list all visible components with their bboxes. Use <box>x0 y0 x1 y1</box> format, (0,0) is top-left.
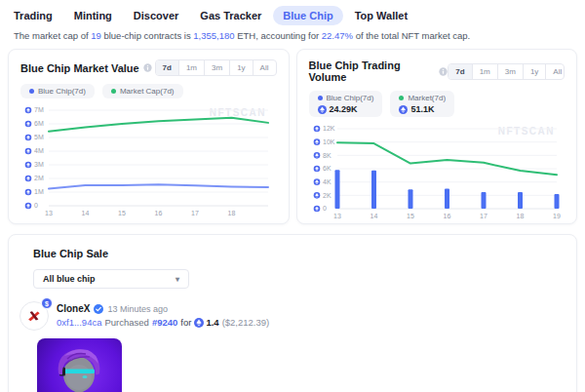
legend: Blue Chip(7d) 24.29K Market(7d) 51.1K <box>297 83 577 117</box>
legend-dot-blue <box>318 96 323 100</box>
nav-item-gas-tracker[interactable]: Gas Tracker <box>190 6 271 25</box>
svg-text:2M: 2M <box>34 175 44 181</box>
eth-icon <box>313 192 320 199</box>
eth-icon <box>25 121 32 128</box>
market-value-chart: NFTSCAN01M2M3M4M5M6M7M131415161718 <box>20 100 277 217</box>
verified-icon <box>94 304 103 314</box>
eth-icon <box>25 203 32 210</box>
range-tabs: 7d 1m 3m 1y All <box>448 63 565 80</box>
usd-badge-icon: $ <box>41 297 53 309</box>
svg-text:4M: 4M <box>34 147 44 154</box>
tab-1m[interactable]: 1m <box>472 64 497 79</box>
info-icon[interactable] <box>143 63 152 72</box>
clonex-logo-icon <box>25 307 43 325</box>
tab-1m[interactable]: 1m <box>178 60 204 75</box>
svg-text:8K: 8K <box>323 152 332 159</box>
eth-icon <box>25 162 32 169</box>
sale-time: 13 Minutes ago <box>107 304 168 314</box>
clonex-avatar-art <box>37 338 122 392</box>
svg-text:17: 17 <box>191 210 199 216</box>
eth-icon <box>313 152 320 159</box>
eth-icon <box>25 135 32 141</box>
svg-text:14: 14 <box>370 213 377 219</box>
market-volume-value: 51.1K <box>410 104 434 114</box>
svg-text:16: 16 <box>443 213 450 219</box>
svg-text:13: 13 <box>45 210 53 216</box>
eth-icon <box>313 138 320 145</box>
blue-chip-sale-panel: Blue Chip Sale All blue chip ▾ $ CloneX … <box>8 234 577 392</box>
collection-avatar[interactable]: $ <box>20 301 49 331</box>
nav-item-trading[interactable]: Trading <box>4 6 62 25</box>
info-icon[interactable] <box>439 67 448 76</box>
eth-amount: 1,355,180 <box>193 30 234 41</box>
market-value-panel: Blue Chip Market Value 7d 1m 3m 1y All B… <box>8 49 290 224</box>
svg-text:16: 16 <box>155 210 163 216</box>
eth-icon <box>313 178 320 185</box>
eth-icon <box>313 126 320 133</box>
nftscan-watermark: NFTSCAN <box>497 126 554 137</box>
price-usd: ($2,212.39) <box>222 317 270 328</box>
tab-1y[interactable]: 1y <box>523 64 545 79</box>
collection-name[interactable]: CloneX <box>57 303 90 314</box>
tab-7d[interactable]: 7d <box>156 60 178 75</box>
svg-text:0: 0 <box>34 202 38 209</box>
tab-all[interactable]: All <box>253 60 276 75</box>
legend-market[interactable]: Market(7d) 51.1K <box>390 91 454 117</box>
eth-icon <box>194 318 204 328</box>
blue-chip-volume-value: 24.29K <box>330 104 358 114</box>
svg-text:13: 13 <box>333 213 341 219</box>
legend-market-cap[interactable]: Market Cap(7d) <box>102 84 183 98</box>
nftscan-watermark: NFTSCAN <box>210 107 266 118</box>
sale-list-item: $ CloneX 13 Minutes ago 0xf1...94ca Purc… <box>20 301 552 331</box>
legend: Blue Chip(7d) Market Cap(7d) <box>9 76 289 98</box>
eth-icon <box>313 206 320 213</box>
svg-text:6K: 6K <box>323 165 332 172</box>
trading-volume-chart: NFTSCAN02K4K6K8K10K12K13141516171819 <box>308 119 566 220</box>
contracts-count: 19 <box>91 30 101 41</box>
market-value-title: Blue Chip Market Value <box>20 62 139 74</box>
nft-image[interactable] <box>37 338 122 392</box>
svg-text:4K: 4K <box>323 178 332 185</box>
tab-all[interactable]: All <box>545 64 565 79</box>
legend-dot-green <box>111 89 116 94</box>
buyer-address[interactable]: 0xf1...94ca <box>57 317 101 328</box>
legend-blue-chip[interactable]: Blue Chip(7d) <box>20 84 95 98</box>
legend-dot-green <box>399 96 404 100</box>
legend-blue-chip[interactable]: Blue Chip(7d) 24.29K <box>309 91 383 117</box>
eth-icon <box>25 107 32 114</box>
svg-text:12K: 12K <box>323 125 335 132</box>
svg-text:15: 15 <box>407 213 414 219</box>
svg-text:19: 19 <box>553 213 561 219</box>
svg-text:14: 14 <box>82 210 90 216</box>
tab-3m[interactable]: 3m <box>497 64 523 79</box>
nav-item-discover[interactable]: Discover <box>124 6 188 25</box>
marketcap-percent: 22.47% <box>322 30 353 41</box>
range-tabs: 7d 1m 3m 1y All <box>155 59 277 76</box>
for-label: for <box>180 317 191 328</box>
token-id-link[interactable]: #9240 <box>152 317 177 328</box>
filter-value: All blue chip <box>43 274 96 284</box>
tab-3m[interactable]: 3m <box>204 60 229 75</box>
blue-chip-filter-dropdown[interactable]: All blue chip ▾ <box>33 269 189 289</box>
market-summary: The market cap of 19 blue-chip contracts… <box>0 27 585 49</box>
nav-item-minting[interactable]: Minting <box>64 6 122 25</box>
trading-volume-title: Blue Chip Trading Volume <box>309 59 436 83</box>
tab-1y[interactable]: 1y <box>229 60 252 75</box>
svg-text:6M: 6M <box>34 120 44 127</box>
top-nav: Trading Minting Discover Gas Tracker Blu… <box>0 0 585 27</box>
trading-volume-panel: Blue Chip Trading Volume 7d 1m 3m 1y All… <box>296 49 578 224</box>
svg-text:10K: 10K <box>323 138 335 145</box>
action-label: Purchased <box>104 317 148 328</box>
svg-text:0: 0 <box>323 205 327 212</box>
svg-text:2K: 2K <box>323 192 332 199</box>
charts-row: Blue Chip Market Value 7d 1m 3m 1y All B… <box>0 49 585 224</box>
svg-text:7M: 7M <box>34 106 44 113</box>
tab-7d[interactable]: 7d <box>448 64 471 79</box>
eth-icon <box>25 176 32 182</box>
svg-text:18: 18 <box>228 210 236 216</box>
nav-item-top-wallet[interactable]: Top Wallet <box>345 6 417 25</box>
eth-icon <box>318 105 327 114</box>
nav-item-blue-chip[interactable]: Blue Chip <box>273 6 342 25</box>
eth-icon <box>313 166 320 173</box>
price-eth: 1.4 <box>194 317 218 328</box>
